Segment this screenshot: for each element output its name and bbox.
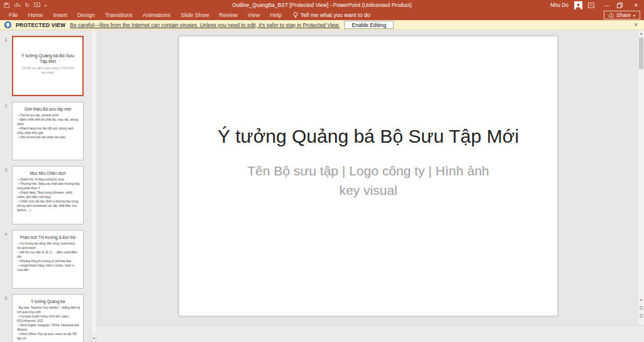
titlebar-controls: Nhu Do — ✕ (550, 1, 640, 9)
slide-thumbnail-4[interactable]: Phân tích Thị trường & Đối thủ• Xu hướng… (12, 230, 84, 289)
share-label: Share (616, 12, 631, 18)
quick-access-toolbar: ↺▾ ↻ ▾ (4, 2, 47, 8)
thumbnail-item-3: 3Mục tiêu Chiến dịch• Doanh thu: % tăng … (0, 166, 96, 224)
slide-thumbnail-3[interactable]: Mục tiêu Chiến dịch• Doanh thu: % tăng t… (12, 166, 84, 224)
main-content: 1Ý tưởng Quảng bá Bộ Sưu Tập MớiTên Bộ s… (0, 30, 644, 342)
tab-insert[interactable]: Insert (48, 12, 73, 18)
thumb-subtitle: Tên Bộ sưu tập | Logo công ty | Hình ảnh… (13, 67, 82, 75)
slide-subtitle-text[interactable]: Tên Bộ sưu tập | Logo công ty | Hình ảnh… (179, 162, 557, 200)
slide-canvas[interactable]: Ý tưởng Quảng bá Bộ Sưu Tập Mới Tên Bộ s… (179, 36, 558, 316)
redo-button[interactable]: ↻ (25, 2, 30, 8)
minimize-button[interactable]: — (602, 3, 611, 8)
next-slide-button[interactable] (638, 312, 644, 319)
close-button[interactable]: ✕ (631, 3, 640, 8)
thumb-title: Giới thiệu Bộ sưu tập mới (13, 107, 83, 111)
tell-me-box[interactable]: Tell me what you want to do (293, 12, 370, 18)
slide-title-text[interactable]: Ý tưởng Quảng bá Bộ Sưu Tập Mới (179, 123, 557, 149)
thumb-bullet: • Insight khách hàng: hành vi online, hà… (17, 264, 80, 273)
protected-view-label: PROTECTED VIEW (16, 22, 65, 28)
ribbon-tab-row: FileHomeInsertDesignTransitionsAnimation… (0, 10, 644, 20)
thumbnail-item-4: 4Phân tích Thị trường & Đối thủ• Xu hướn… (0, 230, 96, 289)
tab-slide-show[interactable]: Slide Show (175, 12, 214, 18)
slide-number: 5 (0, 294, 12, 342)
thumbnail-scrollbar[interactable]: ▼ (92, 30, 96, 342)
thumb-bullet-list: • Doanh thu: % tăng trưởng kỳ vọng• Thươ… (17, 178, 80, 213)
tab-transitions[interactable]: Transitions (100, 12, 138, 18)
protected-view-message[interactable]: Be careful—files from the Internet can c… (70, 22, 340, 28)
thumbnail-list: 1Ý tưởng Quảng bá Bộ Sưu Tập MớiTên Bộ s… (0, 36, 96, 342)
thumbnail-item-1: 1Ý tưởng Quảng bá Bộ Sưu Tập MớiTên Bộ s… (0, 36, 96, 96)
save-icon[interactable] (4, 3, 9, 8)
ribbon-display-options-icon[interactable] (588, 3, 597, 8)
bottom-strip (96, 325, 644, 342)
thumb-bullet-list: • Xu hướng tiêu dùng: bền vững, local br… (17, 242, 80, 273)
tab-home[interactable]: Home (23, 12, 48, 18)
shield-info-icon (4, 21, 11, 28)
thumbnail-item-5: 5Ý tưởng Quảng báBig idea: "Express Your… (0, 294, 96, 342)
scroll-up-icon[interactable]: ▲ (638, 30, 644, 37)
thumb-title: Mục tiêu Chiến dịch (13, 171, 83, 175)
thumb-bullet-list: • Tên bộ sưu tập, concept chính• Điểm nh… (17, 114, 80, 140)
tell-me-label: Tell me what you want to do (301, 12, 370, 18)
scrollbar-thumb[interactable] (639, 38, 643, 69)
thumb-bullet: • Tên bộ sưu tập, concept chính (17, 114, 80, 118)
tab-design[interactable]: Design (72, 12, 100, 18)
thumb-bullet: • Chiến lược dài hạn: Định vị thương hiệ… (17, 200, 80, 213)
thumbnail-scroll-down-icon[interactable]: ▼ (92, 334, 96, 341)
thumb-bullet: • Doanh thu: % tăng trưởng kỳ vọng (17, 178, 80, 182)
share-button[interactable]: Share ▾ (604, 11, 640, 19)
previous-slide-button[interactable] (638, 304, 644, 311)
slide-number: 2 (0, 102, 12, 160)
undo-button[interactable]: ↺▾ (14, 2, 21, 8)
scroll-down-icon[interactable]: ▼ (638, 297, 644, 304)
thumb-bullet-list: Big idea: "Express Your Identity" – khẳn… (17, 306, 80, 341)
thumbnail-item-2: 2Giới thiệu Bộ sưu tập mới• Tên bộ sưu t… (0, 102, 96, 160)
window-title: Outline_QuangBa_BST [Protected View] - P… (0, 2, 644, 8)
share-dropdown-icon: ▾ (633, 13, 635, 18)
ribbon-tabs: FileHomeInsertDesignTransitionsAnimation… (4, 12, 287, 18)
share-icon (609, 13, 614, 18)
user-name: Nhu Do (550, 2, 569, 8)
thumb-title: Ý tưởng Quảng bá (13, 299, 83, 304)
slide-number: 3 (0, 166, 12, 224)
thumb-bullet: • Khách hàng: Tăng lượng followers, traf… (17, 191, 80, 200)
thumb-bullet: • Khoảng trống thị trường có thể khai th… (17, 260, 80, 264)
banner-close-icon[interactable]: ✕ (632, 22, 640, 28)
thumb-bullet: • Một số hình ảnh sản phẩm tiêu biểu (17, 136, 80, 140)
thumb-bullet: • Điểm nhấn thiết kế (chất liệu, màu sắc… (17, 118, 80, 127)
thumb-bullet: • Kênh Digital: Instagram, TikTok, Faceb… (17, 324, 80, 333)
protected-view-banner: PROTECTED VIEW Be careful—files from the… (0, 20, 644, 30)
tab-help[interactable]: Help (265, 12, 287, 18)
thumb-bullet: • Concept truyền thông: hình ảnh, video,… (17, 315, 80, 324)
thumb-title: Ý tưởng Quảng bá Bộ Sưu Tập Mới (13, 53, 82, 65)
slide-thumbnail-1[interactable]: Ý tưởng Quảng bá Bộ Sưu Tập MớiTên Bộ sư… (12, 36, 84, 96)
slide-number: 4 (0, 230, 12, 289)
user-avatar[interactable] (574, 1, 582, 9)
restore-button[interactable] (617, 3, 626, 8)
thumb-bullet: • Kênh Offline: Pop-up store, event ra m… (17, 333, 80, 341)
thumb-bullet: • Thương hiệu: Nâng cao nhận diện thương… (17, 182, 80, 191)
title-bar: Outline_QuangBa_BST [Protected View] - P… (0, 0, 644, 10)
undo-dropdown-icon[interactable]: ▾ (19, 3, 21, 8)
slide-thumbnail-5[interactable]: Ý tưởng Quảng báBig idea: "Express Your … (12, 294, 84, 342)
start-slideshow-icon[interactable] (34, 3, 40, 8)
tab-file[interactable]: File (4, 12, 23, 18)
thumb-bullet: • Xu hướng tiêu dùng: bền vững, local br… (17, 242, 80, 251)
thumb-bullet: • Đối thủ trực tiếp (A, B, C) → điểm mạn… (17, 251, 80, 260)
qat-customize-icon[interactable]: ▾ (45, 3, 47, 8)
tab-review[interactable]: Review (214, 12, 243, 18)
thumb-bullet: Big idea: "Express Your Identity" – khẳn… (17, 306, 80, 315)
tab-view[interactable]: View (243, 12, 265, 18)
slide-thumbnail-panel: 1Ý tưởng Quảng bá Bộ Sưu Tập MớiTên Bộ s… (0, 30, 96, 342)
lightbulb-icon (293, 12, 298, 18)
vertical-scrollbar[interactable]: ▲ ▼ (638, 30, 644, 325)
thumb-title: Phân tích Thị trường & Đối thủ (13, 235, 83, 240)
slide-thumbnail-2[interactable]: Giới thiệu Bộ sưu tập mới• Tên bộ sưu tậ… (12, 102, 84, 160)
tab-animations[interactable]: Animations (138, 12, 176, 18)
thumb-bullet: • Khách hàng mục tiêu (độ tuổi, phong cá… (17, 127, 80, 136)
slide-number: 1 (0, 36, 12, 96)
enable-editing-button[interactable]: Enable Editing (344, 21, 394, 29)
slide-editor-area: Ý tưởng Quảng bá Bộ Sưu Tập Mới Tên Bộ s… (96, 30, 644, 342)
